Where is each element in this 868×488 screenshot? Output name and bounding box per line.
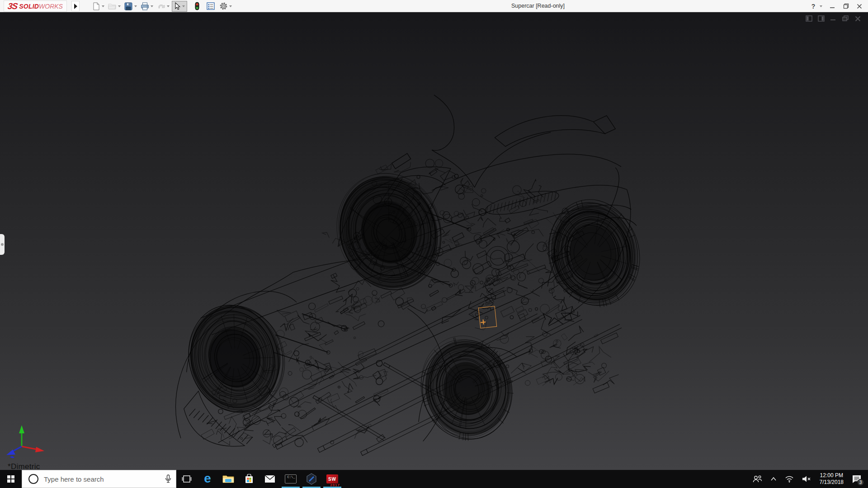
solidworks-2017-icon: SW 2017 [326,474,338,483]
close-icon [857,4,862,9]
file-properties-icon [207,2,215,10]
doc-pane-right-button[interactable] [817,15,825,22]
gear-icon [219,2,228,10]
undo-arrow-icon [157,3,165,10]
cortana-icon[interactable] [28,474,38,484]
pane-right-icon [818,15,825,22]
undo-button[interactable] [156,1,166,12]
save-floppy-icon [124,2,132,10]
window-title: Supercar [Read-only] [470,0,606,12]
select-cursor-icon [174,2,181,10]
help-button[interactable]: ? [809,3,817,10]
sw-year: 2017 [330,483,340,487]
windows-taskbar: e C:\_ SW [0,470,868,488]
wifi-icon [785,475,794,483]
doc-minimize-icon [830,15,836,22]
solidworks-logo: 3S SOLID WORKS [4,0,67,12]
graphics-viewport[interactable]: *Dimetric [0,12,868,470]
menu-flyout-button[interactable] [71,1,80,11]
logo-solid-text: SOLID [19,3,39,10]
people-icon [752,475,762,483]
new-document-icon [92,2,100,10]
doc-close-icon [855,16,861,22]
minimize-button[interactable] [826,1,838,11]
action-center-button[interactable]: 3 [848,470,868,488]
network-button[interactable] [781,470,798,488]
taskbar-file-explorer-button[interactable] [218,470,239,488]
options-dropdown-caret[interactable] [229,5,232,7]
people-button[interactable] [748,470,766,488]
solidworks-3s-mark: 3S [7,1,18,11]
task-view-button[interactable] [176,470,197,488]
print-icon [141,2,149,10]
taskbar-solidworks-button[interactable]: SW 2017 [322,470,343,488]
windows-logo-icon [7,475,14,483]
search-input[interactable] [44,475,160,483]
chevron-up-icon [770,477,777,481]
print-button[interactable] [139,1,150,12]
titlebar-controls: ? [809,0,865,12]
restore-button[interactable] [840,1,852,11]
microsoft-store-icon [244,474,254,484]
clock-time: 12:00 PM [820,472,844,479]
mail-icon [264,475,275,483]
selection-crosshair-icon [481,319,486,325]
select-dropdown-caret[interactable] [182,5,185,7]
options-button[interactable] [218,1,229,12]
command-prompt-icon: C:\_ [285,474,297,483]
open-dropdown-caret[interactable] [118,5,121,7]
taskbar-edge-button[interactable]: e [197,470,218,488]
taskbar-clock[interactable]: 12:00 PM 7/13/2018 [815,472,848,486]
traffic-light-icon [194,2,200,10]
doc-minimize-button[interactable] [829,15,837,22]
orientation-triad [4,413,53,463]
taskbar-store-button[interactable] [239,470,259,488]
open-folder-icon [108,3,117,10]
flyout-dot [1,243,4,246]
feature-pane-flyout-tab[interactable] [0,234,5,255]
doc-restore-icon [842,15,849,22]
minimize-icon [830,4,835,9]
save-dropdown-caret[interactable] [134,5,137,7]
supercar-wireframe-model[interactable] [0,12,868,470]
help-dropdown-caret[interactable] [820,5,822,7]
doc-pane-left-button[interactable] [805,15,813,22]
restore-icon [843,3,849,9]
zoom-selection-box [478,306,497,328]
pane-left-icon [806,15,812,22]
speaker-muted-icon [802,475,811,483]
system-tray: 12:00 PM 7/13/2018 3 [748,470,868,488]
print-dropdown-caret[interactable] [151,5,153,7]
new-dropdown-caret[interactable] [102,5,104,7]
select-tool-button[interactable] [172,1,187,12]
quick-access-toolbar [90,0,234,12]
flyout-arrow-icon [74,4,77,9]
volume-button[interactable] [798,470,815,488]
hidden-icons-button[interactable] [766,470,781,488]
new-document-button[interactable] [90,1,101,12]
doc-close-button[interactable] [854,15,862,22]
taskbar-search[interactable] [22,470,176,488]
open-button[interactable] [107,1,118,12]
start-button[interactable] [0,470,22,488]
titlebar: 3S SOLID WORKS [0,0,868,12]
logo-works-text: WORKS [39,3,63,10]
close-button[interactable] [854,1,865,11]
doc-restore-button[interactable] [841,15,849,22]
clock-date: 7/13/2018 [820,479,844,486]
undo-dropdown-caret[interactable] [167,5,170,7]
file-properties-button[interactable] [205,1,216,12]
notification-badge: 3 [857,479,864,486]
hexagon-app-icon [306,473,317,485]
microphone-icon[interactable] [165,474,171,483]
document-window-controls [805,15,862,22]
save-button[interactable] [123,1,134,12]
task-view-icon [182,475,192,483]
taskbar-mail-button[interactable] [259,470,280,488]
view-orientation-label: *Dimetric [8,462,40,470]
taskbar-hexagon-app-button[interactable] [301,470,322,488]
taskbar-command-prompt-button[interactable]: C:\_ [280,470,301,488]
rebuild-button[interactable] [192,1,203,12]
file-explorer-icon [222,474,234,483]
sw-letters: SW [328,477,336,482]
